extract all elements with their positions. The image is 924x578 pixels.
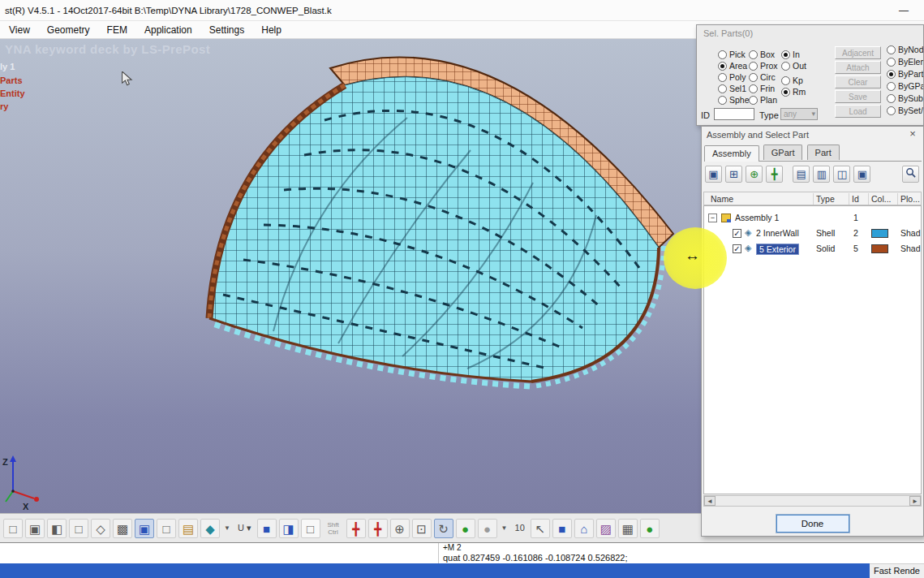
radio-bysubsy[interactable]: BySubsy [887, 93, 924, 104]
zoom-level[interactable]: 10 [512, 519, 528, 538]
menu-application[interactable]: Application [137, 21, 200, 38]
toolbar-icon[interactable]: ◨ [279, 519, 299, 538]
horizontal-scrollbar[interactable]: ◄ ► [703, 495, 922, 507]
clipped-tree-label[interactable]: ry [0, 101, 8, 111]
color-swatch[interactable] [871, 229, 888, 238]
add-icon[interactable]: ╋ [368, 519, 388, 538]
assembly-name[interactable]: Assembly 1 [735, 213, 779, 222]
part-view-icon[interactable]: ▣ [853, 166, 870, 183]
collapse-all-icon[interactable]: ⊞ [725, 166, 742, 183]
toolbar-icon[interactable]: ▣ [25, 519, 45, 538]
radio-in[interactable]: In [781, 50, 800, 60]
search-icon[interactable] [902, 166, 919, 183]
radio-circ[interactable]: Circ [749, 72, 776, 83]
column-plot[interactable]: Plo... [900, 194, 920, 204]
close-icon[interactable]: × [906, 127, 919, 140]
add-assembly-icon[interactable]: ⊕ [746, 166, 763, 183]
adjacent-button[interactable]: Adjacent [835, 46, 881, 59]
radio-bygpart[interactable]: ByGPart [887, 81, 924, 92]
clipped-tree-label[interactable]: Parts [0, 75, 23, 85]
toolbar-icon[interactable]: ■ [257, 519, 277, 538]
radio-prox[interactable]: Prox [749, 61, 778, 71]
menu-settings[interactable]: Settings [202, 21, 251, 38]
part-name[interactable]: 2 InnerWall [756, 228, 799, 238]
shift-ctrl-toggle[interactable]: Shft Ctrl [323, 519, 344, 538]
scroll-right-icon[interactable]: ► [909, 496, 921, 506]
sphere-gray-icon[interactable]: ● [478, 519, 497, 538]
tree-row-exterior[interactable]: ✓ ◈ 5 Exterior Solid 5 Shad [704, 242, 921, 257]
toolbar-icon[interactable]: ▩ [113, 519, 132, 538]
toolbar-icon[interactable]: ◧ [47, 519, 67, 538]
toolbar-icon[interactable]: ◇ [91, 519, 110, 538]
radio-byelem[interactable]: ByElem [887, 57, 924, 67]
radio-kp[interactable]: Kp [781, 75, 803, 86]
radio-bysetgr[interactable]: BySet/Gr [887, 106, 924, 116]
column-id[interactable]: Id [852, 194, 859, 204]
radio-plan[interactable]: Plan [749, 95, 777, 106]
chevron-down-icon[interactable]: ▼ [500, 519, 509, 538]
scroll-left-icon[interactable]: ◄ [704, 496, 716, 506]
toolbar-icon[interactable]: □ [3, 519, 23, 538]
tab-gpart[interactable]: GPart [763, 144, 803, 160]
toolbar-icon-active-view[interactable]: ▣ [135, 519, 154, 538]
detail-view-icon[interactable]: ◫ [833, 166, 850, 183]
menu-geometry[interactable]: Geometry [40, 21, 97, 38]
minimize-button[interactable]: — [888, 2, 919, 19]
chevron-down-icon[interactable]: ▼ [222, 519, 232, 538]
checker-icon[interactable]: ▦ [618, 519, 638, 538]
save-button[interactable]: Save [835, 90, 881, 103]
part-name-editing[interactable]: 5 Exterior [756, 244, 799, 255]
radio-bynode[interactable]: ByNode [887, 45, 924, 55]
zoom-in-icon[interactable]: ⊕ [390, 519, 410, 538]
new-item-icon[interactable]: ╋ [766, 166, 783, 183]
attach-button[interactable]: Attach [835, 61, 881, 74]
expand-all-icon[interactable]: ▣ [705, 166, 722, 183]
part-tree[interactable]: − Assembly 1 1 ✓ ◈ 2 InnerWall Shell 2 S… [703, 205, 922, 494]
clipped-tree-label[interactable]: Entity [0, 88, 25, 98]
radio-out[interactable]: Out [781, 61, 806, 71]
toolbar-icon[interactable]: □ [157, 519, 176, 538]
tree-row-innerwall[interactable]: ✓ ◈ 2 InnerWall Shell 2 Shad [704, 226, 921, 241]
list-view-icon[interactable]: ▤ [793, 166, 810, 183]
column-name[interactable]: Name [711, 194, 733, 204]
menu-fem[interactable]: FEM [100, 21, 135, 38]
radio-sel1[interactable]: Sel1 [718, 84, 746, 94]
menu-view[interactable]: View [2, 21, 37, 38]
visibility-checkbox[interactable]: ✓ [733, 229, 741, 238]
rotate-icon[interactable]: ↻ [434, 519, 453, 538]
done-button[interactable]: Done [776, 515, 849, 533]
tree-row-assembly[interactable]: − Assembly 1 1 [704, 211, 921, 226]
radio-box[interactable]: Box [749, 50, 775, 60]
solid-cube-icon[interactable]: ■ [552, 519, 572, 538]
column-type[interactable]: Type [816, 194, 835, 204]
toolbar-icon[interactable]: □ [301, 519, 320, 538]
clear-button[interactable]: Clear [835, 75, 881, 88]
radio-pick[interactable]: Pick [718, 50, 746, 60]
radio-rm[interactable]: Rm [781, 87, 806, 97]
sphere-icon[interactable]: ● [456, 519, 475, 538]
clipped-tree-label[interactable]: ly 1 [0, 62, 15, 71]
color-swatch[interactable] [871, 244, 888, 253]
pick-arrow-icon[interactable]: ↖ [531, 519, 550, 538]
radio-poly[interactable]: Poly [718, 72, 746, 83]
tab-assembly[interactable]: Assembly [704, 145, 759, 162]
tree-view-icon[interactable]: ▥ [813, 166, 830, 183]
zoom-box-icon[interactable]: ⊡ [412, 519, 432, 538]
menu-help[interactable]: Help [254, 21, 289, 38]
tunnel-mesh-model[interactable] [162, 39, 698, 445]
expander-icon[interactable]: − [708, 214, 717, 222]
toolbar-icon[interactable]: ◆ [200, 519, 220, 538]
home-view-icon[interactable]: ⌂ [574, 519, 594, 538]
id-input[interactable] [714, 108, 754, 120]
toolbar-icon[interactable]: ▤ [178, 519, 198, 538]
palette-icon[interactable]: ▨ [596, 519, 616, 538]
render-sphere-icon[interactable]: ● [640, 519, 660, 538]
table-header[interactable]: Name Type Id Col... Plo... [703, 192, 922, 205]
tab-part[interactable]: Part [807, 144, 840, 160]
radio-bypart[interactable]: ByPart [887, 69, 924, 80]
visibility-checkbox[interactable]: ✓ [733, 244, 741, 253]
plot-mode[interactable]: Shad [900, 244, 921, 253]
toolbar-icon[interactable]: □ [69, 519, 88, 538]
load-button[interactable]: Load [835, 105, 881, 118]
type-dropdown[interactable]: any ▾ [780, 108, 818, 120]
